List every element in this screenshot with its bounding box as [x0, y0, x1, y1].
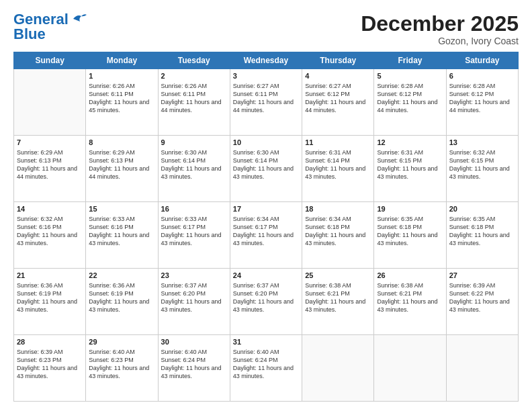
- day-info: Sunrise: 6:37 AM Sunset: 6:20 PM Dayligh…: [161, 281, 227, 314]
- col-friday: Friday: [374, 52, 446, 69]
- col-sunday: Sunday: [14, 52, 86, 69]
- calendar-table: Sunday Monday Tuesday Wednesday Thursday…: [13, 52, 519, 402]
- calendar-cell: 23Sunrise: 6:37 AM Sunset: 6:20 PM Dayli…: [158, 269, 230, 335]
- day-info: Sunrise: 6:28 AM Sunset: 6:12 PM Dayligh…: [449, 82, 515, 115]
- calendar-cell: [14, 69, 86, 136]
- month-year-title: December 2025: [361, 12, 519, 36]
- calendar-cell: [374, 335, 446, 402]
- calendar-cell: 18Sunrise: 6:34 AM Sunset: 6:18 PM Dayli…: [302, 202, 374, 269]
- day-info: Sunrise: 6:26 AM Sunset: 6:11 PM Dayligh…: [161, 82, 227, 115]
- col-monday: Monday: [86, 52, 158, 69]
- day-number: 15: [89, 204, 154, 214]
- calendar-cell: 13Sunrise: 6:32 AM Sunset: 6:15 PM Dayli…: [446, 136, 518, 202]
- header: General Blue December 2025 Gozon, Ivory …: [13, 12, 519, 46]
- day-number: 23: [161, 271, 227, 281]
- day-number: 8: [89, 138, 154, 148]
- calendar-cell: 31Sunrise: 6:40 AM Sunset: 6:24 PM Dayli…: [230, 335, 302, 402]
- day-info: Sunrise: 6:38 AM Sunset: 6:21 PM Dayligh…: [305, 281, 371, 314]
- calendar-cell: 30Sunrise: 6:40 AM Sunset: 6:24 PM Dayli…: [158, 335, 230, 402]
- calendar-cell: 22Sunrise: 6:36 AM Sunset: 6:19 PM Dayli…: [86, 269, 158, 335]
- calendar-week-row: 28Sunrise: 6:39 AM Sunset: 6:23 PM Dayli…: [14, 335, 519, 402]
- calendar-cell: 4Sunrise: 6:27 AM Sunset: 6:12 PM Daylig…: [302, 69, 374, 136]
- calendar-cell: 15Sunrise: 6:33 AM Sunset: 6:16 PM Dayli…: [86, 202, 158, 269]
- day-number: 17: [233, 204, 299, 214]
- calendar-week-row: 7Sunrise: 6:29 AM Sunset: 6:13 PM Daylig…: [14, 136, 519, 202]
- calendar-cell: 29Sunrise: 6:40 AM Sunset: 6:23 PM Dayli…: [86, 335, 158, 402]
- day-number: 20: [449, 204, 515, 214]
- logo: General Blue: [13, 12, 87, 42]
- calendar-header-row: Sunday Monday Tuesday Wednesday Thursday…: [14, 52, 519, 69]
- day-number: 13: [449, 138, 515, 148]
- day-info: Sunrise: 6:32 AM Sunset: 6:15 PM Dayligh…: [449, 148, 515, 181]
- day-number: 4: [305, 71, 371, 81]
- calendar-cell: [302, 335, 374, 402]
- calendar-cell: 8Sunrise: 6:29 AM Sunset: 6:13 PM Daylig…: [86, 136, 158, 202]
- day-info: Sunrise: 6:39 AM Sunset: 6:22 PM Dayligh…: [449, 281, 515, 314]
- day-info: Sunrise: 6:40 AM Sunset: 6:24 PM Dayligh…: [161, 348, 227, 381]
- calendar-cell: 11Sunrise: 6:31 AM Sunset: 6:14 PM Dayli…: [302, 136, 374, 202]
- calendar-cell: 7Sunrise: 6:29 AM Sunset: 6:13 PM Daylig…: [14, 136, 86, 202]
- calendar-cell: 6Sunrise: 6:28 AM Sunset: 6:12 PM Daylig…: [446, 69, 518, 136]
- calendar-week-row: 1Sunrise: 6:26 AM Sunset: 6:11 PM Daylig…: [14, 69, 519, 136]
- day-info: Sunrise: 6:34 AM Sunset: 6:17 PM Dayligh…: [233, 215, 299, 248]
- day-info: Sunrise: 6:40 AM Sunset: 6:24 PM Dayligh…: [233, 348, 299, 381]
- day-number: 2: [161, 71, 227, 81]
- calendar-cell: 12Sunrise: 6:31 AM Sunset: 6:15 PM Dayli…: [374, 136, 446, 202]
- col-wednesday: Wednesday: [230, 52, 302, 69]
- day-number: 24: [233, 271, 299, 281]
- day-number: 11: [305, 138, 371, 148]
- calendar-cell: 9Sunrise: 6:30 AM Sunset: 6:14 PM Daylig…: [158, 136, 230, 202]
- calendar-cell: 26Sunrise: 6:38 AM Sunset: 6:21 PM Dayli…: [374, 269, 446, 335]
- day-number: 31: [233, 337, 299, 347]
- calendar-cell: 28Sunrise: 6:39 AM Sunset: 6:23 PM Dayli…: [14, 335, 86, 402]
- calendar-cell: 10Sunrise: 6:30 AM Sunset: 6:14 PM Dayli…: [230, 136, 302, 202]
- day-number: 7: [17, 138, 83, 148]
- calendar-cell: 27Sunrise: 6:39 AM Sunset: 6:22 PM Dayli…: [446, 269, 518, 335]
- col-thursday: Thursday: [302, 52, 374, 69]
- logo-bird-icon: [72, 13, 87, 25]
- day-number: 27: [449, 271, 515, 281]
- day-info: Sunrise: 6:35 AM Sunset: 6:18 PM Dayligh…: [377, 215, 443, 248]
- day-number: 29: [89, 337, 154, 347]
- day-info: Sunrise: 6:38 AM Sunset: 6:21 PM Dayligh…: [377, 281, 443, 314]
- day-info: Sunrise: 6:34 AM Sunset: 6:18 PM Dayligh…: [305, 215, 371, 248]
- day-number: 28: [17, 337, 83, 347]
- col-tuesday: Tuesday: [158, 52, 230, 69]
- calendar-cell: 3Sunrise: 6:27 AM Sunset: 6:11 PM Daylig…: [230, 69, 302, 136]
- day-info: Sunrise: 6:36 AM Sunset: 6:19 PM Dayligh…: [89, 281, 154, 314]
- calendar-cell: 20Sunrise: 6:35 AM Sunset: 6:18 PM Dayli…: [446, 202, 518, 269]
- calendar-cell: 25Sunrise: 6:38 AM Sunset: 6:21 PM Dayli…: [302, 269, 374, 335]
- logo-blue: Blue: [13, 26, 46, 42]
- day-info: Sunrise: 6:26 AM Sunset: 6:11 PM Dayligh…: [89, 82, 154, 115]
- calendar-week-row: 21Sunrise: 6:36 AM Sunset: 6:19 PM Dayli…: [14, 269, 519, 335]
- col-saturday: Saturday: [446, 52, 518, 69]
- day-info: Sunrise: 6:29 AM Sunset: 6:13 PM Dayligh…: [89, 148, 154, 181]
- day-info: Sunrise: 6:31 AM Sunset: 6:15 PM Dayligh…: [377, 148, 443, 181]
- day-number: 1: [89, 71, 154, 81]
- day-info: Sunrise: 6:36 AM Sunset: 6:19 PM Dayligh…: [17, 281, 83, 314]
- day-info: Sunrise: 6:30 AM Sunset: 6:14 PM Dayligh…: [161, 148, 227, 181]
- day-info: Sunrise: 6:28 AM Sunset: 6:12 PM Dayligh…: [377, 82, 443, 115]
- day-info: Sunrise: 6:37 AM Sunset: 6:20 PM Dayligh…: [233, 281, 299, 314]
- day-info: Sunrise: 6:27 AM Sunset: 6:11 PM Dayligh…: [233, 82, 299, 115]
- calendar-body: 1Sunrise: 6:26 AM Sunset: 6:11 PM Daylig…: [14, 69, 519, 402]
- day-number: 6: [449, 71, 515, 81]
- calendar-week-row: 14Sunrise: 6:32 AM Sunset: 6:16 PM Dayli…: [14, 202, 519, 269]
- day-number: 5: [377, 71, 443, 81]
- day-info: Sunrise: 6:40 AM Sunset: 6:23 PM Dayligh…: [89, 348, 154, 381]
- day-number: 16: [161, 204, 227, 214]
- logo-general: General: [13, 12, 69, 27]
- day-number: 3: [233, 71, 299, 81]
- day-info: Sunrise: 6:30 AM Sunset: 6:14 PM Dayligh…: [233, 148, 299, 181]
- day-number: 22: [89, 271, 154, 281]
- day-number: 21: [17, 271, 83, 281]
- location-subtitle: Gozon, Ivory Coast: [361, 36, 519, 46]
- day-number: 12: [377, 138, 443, 148]
- day-number: 14: [17, 204, 83, 214]
- calendar-cell: 21Sunrise: 6:36 AM Sunset: 6:19 PM Dayli…: [14, 269, 86, 335]
- day-number: 9: [161, 138, 227, 148]
- day-info: Sunrise: 6:29 AM Sunset: 6:13 PM Dayligh…: [17, 148, 83, 181]
- calendar-cell: 5Sunrise: 6:28 AM Sunset: 6:12 PM Daylig…: [374, 69, 446, 136]
- day-number: 19: [377, 204, 443, 214]
- day-info: Sunrise: 6:39 AM Sunset: 6:23 PM Dayligh…: [17, 348, 83, 381]
